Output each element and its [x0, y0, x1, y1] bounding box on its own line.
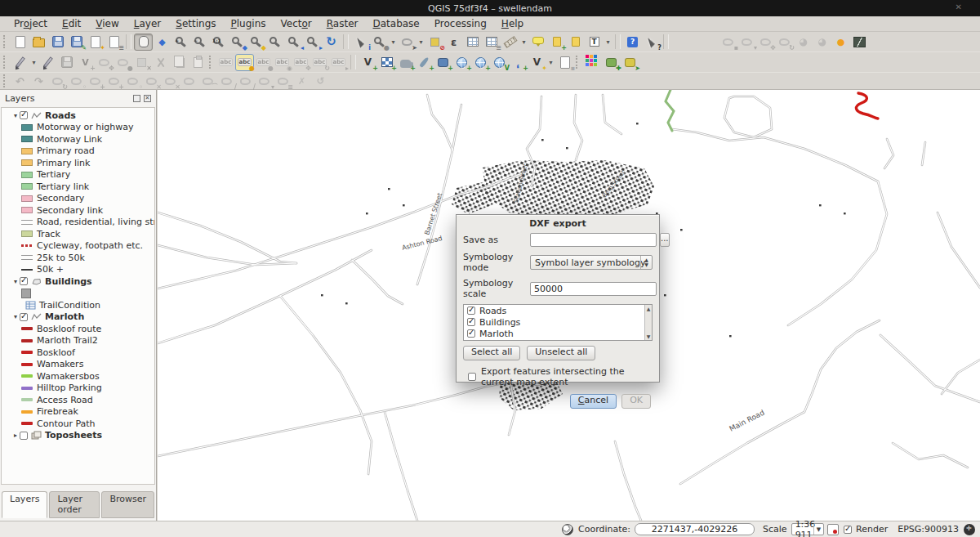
scrollbar[interactable]: ▲▼ — [644, 305, 652, 340]
layer-checkbox[interactable] — [20, 277, 28, 285]
menu-edit[interactable]: Edit — [55, 17, 88, 30]
new-bookmark-button[interactable]: + — [547, 34, 566, 51]
annotation-menu-icon[interactable]: ▾ — [604, 38, 612, 46]
symbology-item[interactable]: Secondary — [2, 193, 154, 205]
project-new-button[interactable] — [11, 34, 29, 51]
select-by-rectangle-button[interactable]: ➤ — [398, 34, 416, 51]
measure-button[interactable] — [501, 34, 519, 51]
extents-tracking-icon[interactable] — [562, 524, 573, 535]
project-save-as-button[interactable]: ✎ — [67, 34, 86, 51]
render-checkbox[interactable] — [844, 526, 852, 534]
labeling-options-button[interactable]: abc● — [235, 54, 254, 71]
layer-export-checkbox[interactable] — [467, 329, 475, 338]
symbology-item[interactable]: Primary road — [2, 145, 154, 158]
new-temporary-layer-button[interactable]: ▪ — [555, 54, 574, 71]
layer-group-roads[interactable]: ▾Roads — [2, 110, 154, 122]
add-wms-layer-button[interactable]: + — [452, 54, 471, 71]
zoom-out-button[interactable]: − — [190, 34, 209, 51]
map-tips-button[interactable] — [528, 34, 547, 51]
symbology-item[interactable]: Motorway or highway — [2, 122, 154, 134]
osm-map-view-button[interactable] — [850, 34, 869, 51]
show-bookmarks-button[interactable] — [566, 34, 585, 51]
menu-layer[interactable]: Layer — [127, 17, 168, 30]
menu-project[interactable]: Project — [7, 17, 55, 30]
symbology-item[interactable]: Cycleway, footpath etc. — [2, 240, 154, 253]
tab-layer-order[interactable]: Layer order — [49, 491, 100, 518]
layer-group-buildings[interactable]: ▾Buildings — [2, 275, 154, 288]
symbology-item[interactable]: Primary link — [2, 157, 154, 169]
symbology-item[interactable]: Motorway Link — [2, 133, 154, 145]
tab-layers[interactable]: Layers — [2, 491, 47, 518]
symbology-item[interactable]: Access Road — [2, 394, 154, 406]
toolbar-grip[interactable] — [3, 74, 7, 87]
menu-vector[interactable]: Vector — [274, 17, 319, 30]
expander-icon[interactable]: ▸ — [11, 432, 20, 439]
plugin-icon-2-button[interactable]: ➤ — [621, 54, 639, 71]
whats-this-button[interactable]: ? — [642, 34, 661, 51]
field-calculator-button[interactable]: ≡ — [482, 34, 501, 51]
select-by-expression-button[interactable]: ε — [444, 34, 463, 51]
layer-export-checkbox[interactable] — [467, 307, 475, 315]
composer-manager-button[interactable]: ≡ — [105, 34, 123, 51]
symbology-item[interactable]: Wamakers — [2, 359, 154, 371]
dialog-layer-buildings[interactable]: Buildings — [464, 316, 652, 328]
menu-view[interactable]: View — [88, 17, 126, 30]
add-raster-layer-button[interactable]: + — [377, 54, 396, 71]
tab-browser[interactable]: Browser — [101, 491, 154, 518]
spinner-arrows-icon[interactable]: ▲▼ — [640, 256, 652, 269]
measure-menu-icon[interactable]: ▾ — [519, 38, 528, 46]
toolbar-grip[interactable] — [209, 56, 213, 69]
current-edits-button[interactable] — [11, 54, 29, 71]
menu-processing[interactable]: Processing — [427, 17, 494, 30]
symbology-item[interactable] — [2, 288, 154, 300]
open-attribute-table-button[interactable] — [463, 34, 482, 51]
symbology-item[interactable]: Tertiary — [2, 169, 154, 181]
new-shapefile-layer-button[interactable]: V✦ — [528, 54, 546, 71]
deselect-all-button[interactable]: ⊘ — [425, 34, 444, 51]
scale-select[interactable]: 1:36 911 ▼ — [791, 523, 824, 535]
symbology-item[interactable]: Track — [2, 228, 154, 240]
menu-database[interactable]: Database — [365, 17, 426, 30]
toolbar-grip[interactable] — [3, 35, 7, 48]
select-all-button[interactable]: Select all — [463, 346, 520, 360]
expander-icon[interactable]: ▾ — [11, 313, 20, 320]
panel-float-icon[interactable] — [133, 95, 140, 102]
zoom-full-button[interactable]: ◆ — [228, 34, 247, 51]
symbology-item[interactable]: Boskloof route — [2, 323, 154, 335]
browse-button[interactable]: ... — [660, 233, 670, 247]
symbology-item[interactable]: Hilltop Parking — [2, 383, 154, 395]
toolbar-grip[interactable] — [3, 56, 7, 69]
expander-icon[interactable]: ▾ — [11, 278, 20, 285]
project-open-button[interactable] — [29, 34, 48, 51]
layer-checkbox[interactable] — [20, 313, 28, 321]
python-console-button[interactable] — [583, 54, 602, 71]
panel-close-icon[interactable]: ✕ — [144, 95, 151, 102]
layer-checkbox[interactable] — [20, 432, 28, 440]
layer-tablecondition[interactable]: TrailCondition — [2, 299, 154, 311]
save-as-input[interactable] — [530, 233, 657, 247]
toggle-editing-button[interactable] — [38, 54, 57, 71]
magnifier-edit-icon[interactable] — [827, 524, 839, 535]
extent-checkbox[interactable] — [468, 373, 476, 381]
symbology-item[interactable]: 50k + — [2, 264, 154, 276]
help-contents-button[interactable]: ? — [623, 34, 642, 51]
symbology-item[interactable]: Wamakersbos — [2, 370, 154, 383]
symbology-item[interactable]: Road, residential, living street, etc. — [2, 217, 154, 229]
symbology-item[interactable]: Tertiary link — [2, 181, 154, 193]
layer-group-marloth[interactable]: ▾Marloth — [2, 311, 154, 324]
symbology-item[interactable]: Contour Path — [2, 418, 154, 430]
layer-group-toposheets[interactable]: ▸Toposheets — [2, 430, 154, 442]
identify-features-button[interactable]: i — [351, 34, 370, 51]
highlight-pinned-labels-button[interactable]: ● — [831, 34, 850, 51]
add-wcs-layer-button[interactable]: + — [471, 54, 490, 71]
select-menu-icon[interactable]: ▾ — [416, 38, 425, 46]
symbology-mode-select[interactable]: Symbol layer symbology ▲▼ — [530, 255, 653, 270]
menu-plugins[interactable]: Plugins — [224, 17, 274, 30]
layer-export-checkbox[interactable] — [467, 318, 475, 326]
symbology-item[interactable]: Boskloof — [2, 347, 154, 359]
zoom-to-selection-button[interactable]: ◆ — [247, 34, 265, 51]
symbology-item[interactable]: Secondary link — [2, 204, 154, 217]
add-wfs-layer-button[interactable]: V — [490, 54, 509, 71]
new-layer-menu-icon[interactable]: ▾ — [546, 59, 555, 66]
menu-help[interactable]: Help — [494, 17, 531, 30]
